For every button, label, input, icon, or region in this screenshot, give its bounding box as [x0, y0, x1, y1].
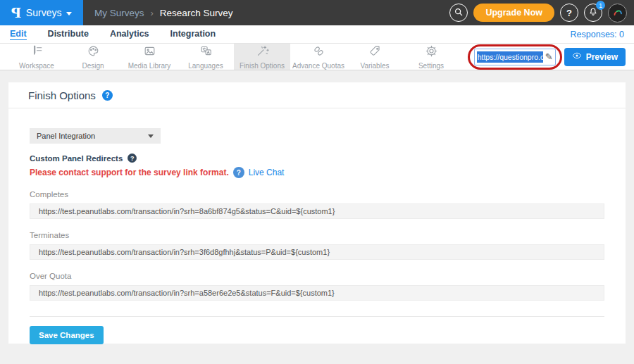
toolbar-label: Design [82, 62, 104, 70]
topbar-actions: Upgrade Now ? 1 [449, 4, 634, 23]
search-button[interactable] [449, 4, 468, 22]
dropdown-selected-value: Panel Integration [37, 132, 95, 140]
warning-text: Please contact support for the survey li… [30, 168, 229, 177]
survey-url-selected-text: https://questionpro.com/t/A [477, 51, 543, 63]
breadcrumb: My Surveys › Research Survey [94, 8, 232, 18]
survey-url-input[interactable]: https://questionpro.com/t/A ✎ [474, 49, 556, 65]
translate-icon [199, 44, 213, 61]
card-body: Panel Integration Custom Panel Redirects… [8, 108, 626, 344]
tab-integration[interactable]: Integration [170, 29, 216, 39]
toolbar-item-variables[interactable]: Variables [347, 44, 403, 70]
breadcrumb-my-surveys[interactable]: My Surveys [94, 8, 144, 18]
page-title: Finish Options [28, 89, 96, 101]
support-warning-row: Please contact support for the survey li… [30, 167, 604, 178]
finish-options-help-icon[interactable]: ? [102, 90, 113, 101]
card-header: Finish Options ? [8, 82, 626, 108]
preview-button[interactable]: Preview [564, 48, 626, 66]
edit-toolbar: Workspace Design Media Library [0, 44, 634, 70]
panel-integration-dropdown[interactable]: Panel Integration [30, 128, 161, 144]
chevron-down-icon [66, 12, 72, 15]
toolbar-label: Languages [188, 62, 223, 70]
toolbar-label: Media Library [128, 62, 171, 70]
gear-icon [425, 44, 438, 61]
completes-url-input[interactable] [30, 203, 604, 219]
avatar[interactable] [608, 4, 627, 23]
page-content: Finish Options ? Panel Integration Custo… [0, 70, 634, 344]
chain-link-icon [312, 44, 325, 61]
toolbar-item-settings[interactable]: Settings [403, 44, 459, 70]
product-name: Surveys [26, 7, 62, 18]
custom-panel-redirects-header: Custom Panel Redirects ? [30, 153, 604, 163]
toolbar-label: Advance Quotas [292, 62, 344, 70]
survey-link-zone: https://questionpro.com/t/A ✎ Preview [468, 44, 634, 70]
survey-nav: Edit Distribute Analytics Integration Re… [0, 25, 634, 44]
over-quota-field-group: Over Quota [30, 272, 604, 301]
toolbar-item-finish-options[interactable]: Finish Options [234, 44, 290, 70]
tab-analytics[interactable]: Analytics [110, 29, 149, 39]
chevron-down-icon [148, 134, 154, 138]
live-chat-link[interactable]: Live Chat [249, 168, 285, 177]
toolbar-item-advance-quotas[interactable]: Advance Quotas [290, 44, 347, 70]
toolbar-item-media-library[interactable]: Media Library [121, 44, 178, 70]
toolbar-label: Finish Options [240, 62, 285, 70]
notification-badge: 1 [596, 1, 605, 10]
annotation-highlight: https://questionpro.com/t/A ✎ [468, 44, 562, 70]
palette-icon [87, 44, 100, 61]
toolbar-item-languages[interactable]: Languages [178, 44, 234, 70]
toolbar-label: Settings [418, 62, 444, 70]
search-icon [454, 7, 464, 19]
over-quota-url-input[interactable] [30, 285, 604, 301]
save-changes-button[interactable]: Save Changes [30, 326, 104, 344]
terminates-url-input[interactable] [30, 244, 604, 260]
completes-field-group: Completes [30, 190, 604, 219]
section-help-icon[interactable]: ? [128, 153, 137, 163]
toolbar-label: Workspace [19, 62, 54, 70]
tab-edit[interactable]: Edit [10, 29, 27, 40]
workspace-icon [30, 44, 44, 61]
edit-pencil-icon[interactable]: ✎ [545, 51, 553, 62]
live-chat-help-icon[interactable]: ? [233, 167, 244, 178]
section-title: Custom Panel Redirects [30, 154, 123, 163]
toolbar-item-design[interactable]: Design [65, 44, 121, 70]
breadcrumb-current-survey: Research Survey [160, 8, 233, 18]
tab-distribute[interactable]: Distribute [48, 29, 89, 39]
tag-icon [368, 44, 382, 61]
toolbar-item-workspace[interactable]: Workspace [8, 44, 65, 70]
product-switcher[interactable]: P Surveys [0, 0, 83, 25]
over-quota-label: Over Quota [30, 272, 604, 280]
preview-label: Preview [586, 52, 618, 62]
terminates-field-group: Terminates [30, 231, 604, 260]
responses-count[interactable]: Responses: 0 [571, 30, 624, 39]
image-icon [143, 44, 156, 61]
questionpro-logo-icon: P [11, 5, 21, 20]
terminates-label: Terminates [30, 231, 604, 239]
eye-icon [572, 51, 582, 63]
help-button[interactable]: ? [560, 4, 578, 22]
finish-options-card: Finish Options ? Panel Integration Custo… [8, 82, 626, 344]
completes-label: Completes [30, 190, 604, 199]
magic-wand-icon [256, 44, 269, 61]
question-mark-icon: ? [566, 8, 572, 18]
upgrade-now-button[interactable]: Upgrade Now [473, 4, 554, 22]
footer-divider [30, 316, 604, 317]
breadcrumb-separator: › [151, 8, 154, 18]
notifications-button[interactable]: 1 [584, 4, 602, 22]
toolbar-label: Variables [361, 62, 390, 70]
top-bar: P Surveys My Surveys › Research Survey U… [0, 0, 634, 25]
